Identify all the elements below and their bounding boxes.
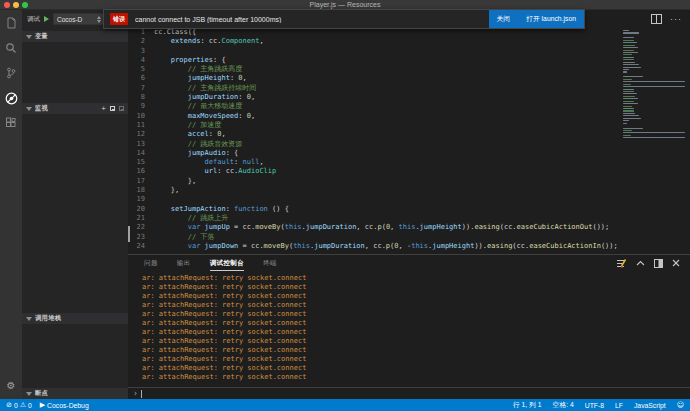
maximize-panel-icon[interactable] (636, 260, 645, 266)
code-line: 20 setJumpAction: function () { (128, 205, 690, 214)
editor-left-marker (128, 226, 130, 242)
open-launch-json-button[interactable]: 打开 launch.json (518, 10, 584, 28)
line-number[interactable]: 20 (128, 205, 154, 214)
line-number[interactable]: 21 (128, 214, 154, 223)
settings-gear-icon[interactable]: ⚙ (0, 380, 22, 391)
notification-message: cannot connect to JSB (timeout after 100… (135, 16, 489, 23)
minimap-line (623, 64, 639, 65)
line-number[interactable]: 6 (128, 74, 154, 83)
debug-config-dropdown[interactable]: Cocos-D (53, 13, 105, 25)
code-line: 5 // 主角跳跃高度 (128, 65, 690, 74)
line-number[interactable]: 13 (128, 140, 154, 149)
debug-console-output[interactable]: ar: attachRequest: retry socket.connecta… (128, 271, 690, 387)
code-line: 24 var jumpDown = cc.moveBy(this.jumpDur… (128, 242, 690, 251)
panel-tab[interactable]: 终端 (263, 256, 277, 271)
debug-status[interactable]: ▶ Cocos-Debug (40, 401, 89, 409)
section-header-variables[interactable]: 变量 (22, 31, 128, 42)
line-number[interactable]: 11 (128, 121, 154, 130)
watch-body (22, 114, 128, 313)
line-number[interactable]: 19 (128, 195, 154, 204)
close-panel-icon[interactable] (672, 259, 680, 267)
line-number[interactable]: 7 (128, 84, 154, 93)
clear-console-icon[interactable] (617, 259, 627, 268)
minimap-line (623, 130, 632, 131)
line-number[interactable]: 15 (128, 158, 154, 167)
extensions-icon[interactable] (4, 116, 18, 130)
status-item[interactable]: LF (615, 402, 623, 409)
line-number[interactable]: 16 (128, 167, 154, 176)
minimap-line (623, 30, 629, 31)
line-number[interactable]: 14 (128, 149, 154, 158)
code-editor[interactable]: 1cc.Class({2 extends: cc.Component,34 pr… (128, 28, 690, 254)
line-number[interactable]: 4 (128, 56, 154, 65)
panel-tab[interactable]: 问题 (144, 256, 158, 271)
warning-triangle-icon: ⚠ (20, 401, 26, 409)
line-number[interactable]: 12 (128, 130, 154, 139)
add-watch-icon[interactable]: + (101, 105, 106, 113)
explorer-icon[interactable] (4, 16, 18, 30)
minimap[interactable] (623, 30, 687, 140)
collapse-all-icon[interactable] (110, 106, 115, 111)
minimap-line (623, 106, 632, 107)
status-item[interactable]: 行 1, 列 1 (513, 400, 542, 410)
minimap-line (623, 62, 635, 63)
status-item[interactable]: 空格: 4 (553, 400, 574, 410)
line-number[interactable]: 8 (128, 93, 154, 102)
search-icon[interactable] (4, 41, 18, 55)
console-line: ar: attachRequest: retry socket.connect (142, 274, 690, 283)
start-debug-button[interactable] (44, 16, 49, 22)
line-number[interactable]: 10 (128, 112, 154, 121)
play-icon: ▶ (40, 401, 45, 409)
line-number[interactable]: 23 (128, 233, 154, 242)
status-item[interactable]: JavaScript (634, 402, 666, 409)
minimap-line (623, 47, 638, 48)
console-line: ar: attachRequest: retry socket.connect (142, 337, 690, 346)
code-line: 15 default: null, (128, 158, 690, 167)
minimap-line (623, 132, 685, 133)
line-number[interactable]: 24 (128, 242, 154, 251)
minimap-line (623, 81, 685, 82)
console-line: ar: attachRequest: retry socket.connect (142, 310, 690, 319)
remove-all-icon[interactable] (119, 106, 124, 111)
error-circle-icon: ⊘ (6, 401, 12, 409)
panel-tab[interactable]: 输出 (177, 256, 191, 271)
section-header-breakpoints[interactable]: 断点 (22, 388, 128, 399)
panel-tab[interactable]: 调试控制台 (210, 256, 245, 271)
debug-console-input[interactable]: › (128, 387, 690, 399)
close-notification-button[interactable]: 关闭 (489, 10, 519, 28)
more-actions-icon[interactable]: ··· (670, 15, 682, 23)
console-line: ar: attachRequest: retry socket.connect (142, 364, 690, 373)
minimap-line (623, 79, 632, 80)
console-line: ar: attachRequest: retry socket.connect (142, 328, 690, 337)
split-editor-icon[interactable] (651, 14, 662, 24)
minimap-line (623, 93, 637, 94)
line-number[interactable]: 17 (128, 177, 154, 186)
code-lines: 1cc.Class({2 extends: cc.Component,34 pr… (128, 28, 690, 251)
debug-sidebar: 调试 Cocos-D 变量 监视 + 调用堆栈 (22, 10, 128, 399)
line-number[interactable]: 18 (128, 186, 154, 195)
chevron-down-icon (26, 392, 32, 396)
line-number[interactable]: 9 (128, 102, 154, 111)
feedback-smiley-icon[interactable]: ☺ (677, 401, 684, 409)
code-line: 14 jumpAudio: { (128, 149, 690, 158)
debug-icon[interactable] (4, 91, 18, 105)
line-number[interactable]: 2 (128, 37, 154, 46)
problems-status[interactable]: ⊘ 0 ⚠ 0 (6, 401, 32, 409)
section-header-watch[interactable]: 监视 + (22, 103, 128, 114)
debug-config-label: Cocos-D (57, 16, 82, 23)
callstack-body (22, 324, 128, 388)
section-header-callstack[interactable]: 调用堆栈 (22, 313, 128, 324)
toggle-panel-icon[interactable] (654, 259, 663, 268)
source-control-icon[interactable] (4, 66, 18, 80)
line-number[interactable]: 5 (128, 65, 154, 74)
status-item[interactable]: UTF-8 (585, 402, 604, 409)
line-number[interactable]: 3 (128, 47, 154, 56)
line-number[interactable]: 1 (128, 28, 154, 37)
minimap-line (623, 103, 638, 104)
minimap-line (623, 86, 685, 87)
code-line: 6 jumpHeight: 0, (128, 74, 690, 83)
line-number[interactable]: 22 (128, 223, 154, 232)
code-line: 9 // 最大移动速度 (128, 102, 690, 111)
minimap-line (623, 50, 634, 51)
error-badge: 错误 (110, 13, 128, 25)
